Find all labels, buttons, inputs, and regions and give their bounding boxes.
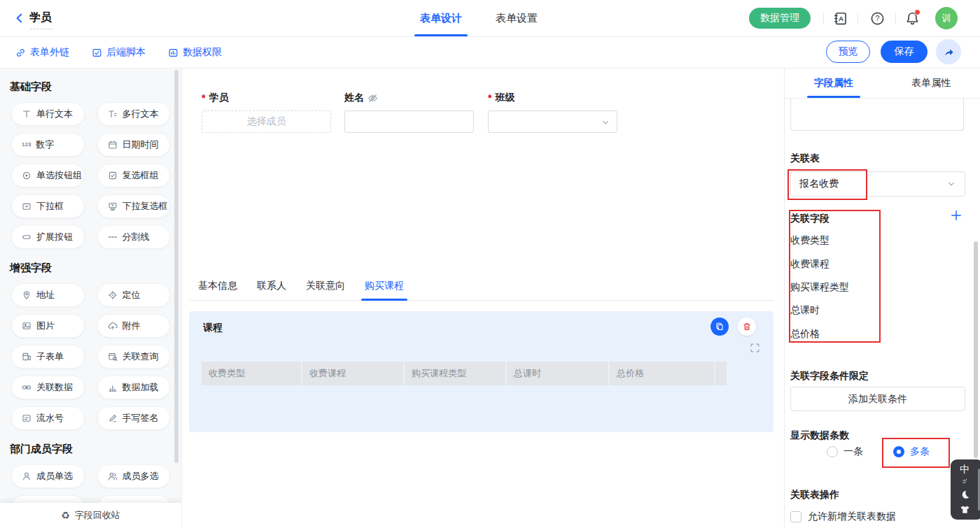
avatar[interactable]: 训 <box>935 7 958 29</box>
field-item-related-data[interactable]: 关联数据 <box>11 376 85 399</box>
enhanced-fields-grid: 地址 定位 图片 附件 子表单 关联查询 关联数据 数据加载 流水号 手写签名 <box>0 283 181 430</box>
ime-punctuation-mode[interactable]: ɔ' <box>962 478 967 485</box>
copy-button[interactable] <box>710 317 729 336</box>
data-manage-button[interactable]: 数据管理 <box>749 8 811 29</box>
field-recycle-bin[interactable]: ♻ 字段回收站 <box>0 503 181 528</box>
field-item-address[interactable]: 地址 <box>11 283 85 307</box>
tab-basic-info[interactable]: 基本信息 <box>198 278 237 300</box>
field-item-divider-line[interactable]: 分割线 <box>97 225 171 249</box>
help-icon[interactable]: ? <box>869 10 885 26</box>
section-title-basic-fields: 基础字段 <box>10 80 172 94</box>
field-item-number[interactable]: 123数字 <box>11 133 85 157</box>
class-select[interactable] <box>488 110 617 133</box>
page-title: 学员 <box>29 10 52 25</box>
tab-field-properties[interactable]: 字段属性 <box>785 68 883 98</box>
name-input[interactable] <box>344 110 474 133</box>
field-item-member-single[interactable]: 成员单选 <box>11 464 85 488</box>
form-designer-app: 学员 表单设计 表单设置 数据管理 A ? 训 表单外链 后端脚本 <box>0 0 980 528</box>
tab-contacts[interactable]: 联系人 <box>257 278 286 300</box>
contact-book-icon[interactable]: A <box>832 10 848 26</box>
contact-book-glyph: A <box>833 11 848 26</box>
section-title-member-fields: 部门成员字段 <box>10 443 172 456</box>
field-label: 多行文本 <box>122 108 159 120</box>
share-button[interactable] <box>936 39 961 64</box>
fullscreen-icon[interactable] <box>750 343 760 353</box>
related-field-total-hours[interactable]: 总课时 <box>790 304 820 317</box>
field-label: 子表单 <box>36 350 64 363</box>
input-method-widget[interactable]: 中 ɔ' <box>951 459 980 520</box>
field-item-single-line-text[interactable]: 单行文本 <box>11 102 85 126</box>
field-item-extend-button[interactable]: 扩展按钮 <box>11 225 85 249</box>
copy-icon <box>715 322 724 331</box>
radio-multiple[interactable]: 多条 <box>893 445 930 458</box>
data-permission-button[interactable]: 数据权限 <box>168 46 222 59</box>
ime-language[interactable]: 中 <box>960 464 969 474</box>
member-picker-input[interactable]: 选择成员 <box>202 110 331 133</box>
radio-single[interactable]: 一条 <box>827 445 863 458</box>
related-table-select[interactable]: 报名收费 <box>790 171 965 197</box>
section-title-enhanced-fields: 增强字段 <box>10 262 172 275</box>
truncated-input[interactable] <box>790 99 964 131</box>
field-item-checkbox-group[interactable]: 复选框组 <box>97 164 171 187</box>
field-student[interactable]: *学员 选择成员 <box>202 91 331 133</box>
field-library-sidebar: 基础字段 单行文本 多行文本 123数字 日期时间 单选按钮组 复选框组 下拉框… <box>0 68 182 528</box>
back-button[interactable] <box>11 10 28 27</box>
tab-form-design[interactable]: 表单设计 <box>419 0 463 36</box>
field-name[interactable]: 姓名 <box>344 91 474 133</box>
add-condition-button[interactable]: 添加关联条件 <box>790 387 965 411</box>
related-field-total-price[interactable]: 总价格 <box>790 328 820 341</box>
field-item-multi-line-text[interactable]: 多行文本 <box>97 102 171 126</box>
field-item-dropdown[interactable]: 下拉框 <box>11 194 85 218</box>
field-item-subform[interactable]: 子表单 <box>11 345 85 369</box>
top-bar: 学员 表单设计 表单设置 数据管理 A ? 训 <box>0 0 980 37</box>
divider <box>858 13 858 24</box>
field-label: 成员多选 <box>122 470 159 483</box>
dropdown-multi-icon <box>108 201 118 211</box>
field-item-member-multi[interactable]: 成员多选 <box>97 464 171 488</box>
field-label: 关联查询 <box>122 350 159 363</box>
label-text: 姓名 <box>344 92 364 104</box>
delete-button[interactable] <box>738 317 756 336</box>
preview-button[interactable]: 预览 <box>826 41 870 63</box>
property-panel: 字段属性 表单属性 关联表 报名收费 关联字段 收费类型 收费课程 购买课程类型… <box>784 68 980 528</box>
field-label: 单行文本 <box>36 108 73 120</box>
radio-circle-selected <box>893 446 904 457</box>
panel-scrollbar[interactable] <box>974 241 978 458</box>
tab-form-properties[interactable]: 表单属性 <box>883 68 980 98</box>
field-item-locate[interactable]: 定位 <box>97 283 171 307</box>
field-item-data-load[interactable]: 数据加载 <box>97 376 171 399</box>
allow-add-related-data[interactable]: 允许新增关联表数据 <box>790 511 896 523</box>
subform-course-panel[interactable]: 课程 收费类型 收费课程 购买课程类型 总课时 总价格 <box>189 311 774 432</box>
external-link-button[interactable]: 表单外链 <box>15 46 69 59</box>
shirt-icon[interactable] <box>960 504 970 515</box>
help-glyph: ? <box>870 11 885 26</box>
related-field-purchase-type[interactable]: 购买课程类型 <box>790 281 849 294</box>
backend-script-button[interactable]: 后端脚本 <box>92 46 146 59</box>
field-item-dropdown-multi[interactable]: 下拉复选框 <box>97 194 171 218</box>
label-text: 学员 <box>209 92 228 104</box>
tab-purchase-course[interactable]: 购买课程 <box>365 278 404 300</box>
add-related-field-button[interactable] <box>951 210 962 221</box>
field-item-attachment[interactable]: 附件 <box>97 314 171 338</box>
moon-icon[interactable] <box>960 490 970 500</box>
tab-related-intent[interactable]: 关联意向 <box>306 278 345 300</box>
tab-form-settings-label: 表单设置 <box>496 12 538 25</box>
tab-form-settings[interactable]: 表单设置 <box>494 0 539 36</box>
divider <box>823 13 824 24</box>
field-label: 成员单选 <box>36 470 73 483</box>
column-extra <box>715 362 727 385</box>
field-item-signature[interactable]: 手写签名 <box>97 406 171 430</box>
field-item-image[interactable]: 图片 <box>11 314 85 338</box>
field-item-radio-group[interactable]: 单选按钮组 <box>11 164 85 187</box>
sidebar-scrollbar[interactable] <box>174 70 178 463</box>
field-item-lookup-query[interactable]: 关联查询 <box>97 345 171 369</box>
data-load-icon <box>108 383 118 392</box>
related-field-fee-type[interactable]: 收费类型 <box>790 234 830 247</box>
external-link-label: 表单外链 <box>30 46 69 59</box>
related-field-fee-course[interactable]: 收费课程 <box>790 258 830 271</box>
save-button[interactable]: 保存 <box>881 41 927 63</box>
field-item-serial-number[interactable]: 流水号 <box>11 406 85 430</box>
field-class[interactable]: *班级 <box>488 91 617 133</box>
backend-script-label: 后端脚本 <box>106 46 146 59</box>
field-item-datetime[interactable]: 日期时间 <box>97 133 171 157</box>
